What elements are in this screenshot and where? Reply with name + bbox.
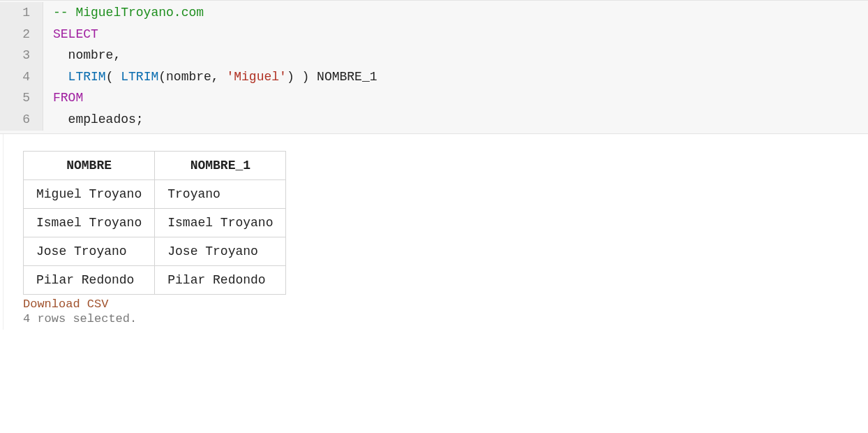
line-number: 3 bbox=[0, 45, 43, 66]
line-number: 5 bbox=[0, 87, 43, 109]
line-number: 4 bbox=[0, 66, 43, 88]
code-text[interactable]: SELECT bbox=[43, 24, 98, 45]
table-row: Ismael TroyanoIsmael Troyano bbox=[24, 208, 286, 237]
table-cell: Jose Troyano bbox=[24, 237, 155, 265]
code-token: FROM bbox=[53, 91, 83, 105]
code-token bbox=[53, 70, 68, 84]
code-text[interactable]: empleados; bbox=[43, 109, 144, 131]
table-cell: Pilar Redondo bbox=[155, 265, 286, 294]
code-text[interactable]: -- MiguelTroyano.com bbox=[43, 2, 204, 24]
code-line[interactable]: 2SELECT bbox=[0, 24, 868, 45]
code-token: LTRIM bbox=[121, 70, 158, 84]
column-header: NOMBRE_1 bbox=[155, 151, 286, 179]
results-area: NOMBRENOMBRE_1 Miguel TroyanoTroyanoIsma… bbox=[3, 134, 868, 330]
code-line[interactable]: 6 empleados; bbox=[0, 109, 868, 131]
sql-editor[interactable]: 1-- MiguelTroyano.com2SELECT3 nombre,4 L… bbox=[0, 0, 868, 134]
rows-selected-status: 4 rows selected. bbox=[23, 311, 860, 325]
table-cell: Pilar Redondo bbox=[24, 265, 155, 294]
table-row: Miguel TroyanoTroyano bbox=[24, 179, 286, 208]
table-cell: Troyano bbox=[155, 179, 286, 208]
results-table: NOMBRENOMBRE_1 Miguel TroyanoTroyanoIsma… bbox=[23, 151, 286, 295]
code-token: (nombre, bbox=[158, 70, 226, 84]
line-number: 2 bbox=[0, 24, 43, 45]
line-number: 6 bbox=[0, 109, 43, 131]
code-text[interactable]: LTRIM( LTRIM(nombre, 'Miguel') ) NOMBRE_… bbox=[43, 66, 377, 88]
results-header-row: NOMBRENOMBRE_1 bbox=[24, 151, 286, 179]
code-text[interactable]: FROM bbox=[43, 87, 83, 109]
code-line[interactable]: 3 nombre, bbox=[0, 45, 868, 66]
table-cell: Ismael Troyano bbox=[24, 208, 155, 237]
code-line[interactable]: 4 LTRIM( LTRIM(nombre, 'Miguel') ) NOMBR… bbox=[0, 66, 868, 88]
code-token: -- MiguelTroyano.com bbox=[53, 6, 204, 20]
code-token: ) ) NOMBRE_1 bbox=[287, 70, 377, 84]
table-row: Pilar RedondoPilar Redondo bbox=[24, 265, 286, 294]
code-token: SELECT bbox=[53, 27, 98, 41]
code-token bbox=[53, 112, 68, 126]
code-token: ( bbox=[106, 70, 121, 84]
code-token: LTRIM bbox=[68, 70, 106, 84]
code-token: nombre, bbox=[68, 48, 121, 62]
line-number: 1 bbox=[0, 2, 43, 24]
table-cell: Jose Troyano bbox=[155, 237, 286, 265]
column-header: NOMBRE bbox=[24, 151, 155, 179]
table-cell: Miguel Troyano bbox=[24, 179, 155, 208]
download-csv-link[interactable]: Download CSV bbox=[23, 295, 860, 311]
code-line[interactable]: 1-- MiguelTroyano.com bbox=[0, 2, 868, 24]
code-token bbox=[53, 48, 68, 62]
table-cell: Ismael Troyano bbox=[155, 208, 286, 237]
code-line[interactable]: 5FROM bbox=[0, 87, 868, 109]
code-text[interactable]: nombre, bbox=[43, 45, 121, 66]
code-token: 'Miguel' bbox=[226, 70, 286, 84]
code-token: empleados; bbox=[68, 112, 144, 126]
table-row: Jose TroyanoJose Troyano bbox=[24, 237, 286, 265]
